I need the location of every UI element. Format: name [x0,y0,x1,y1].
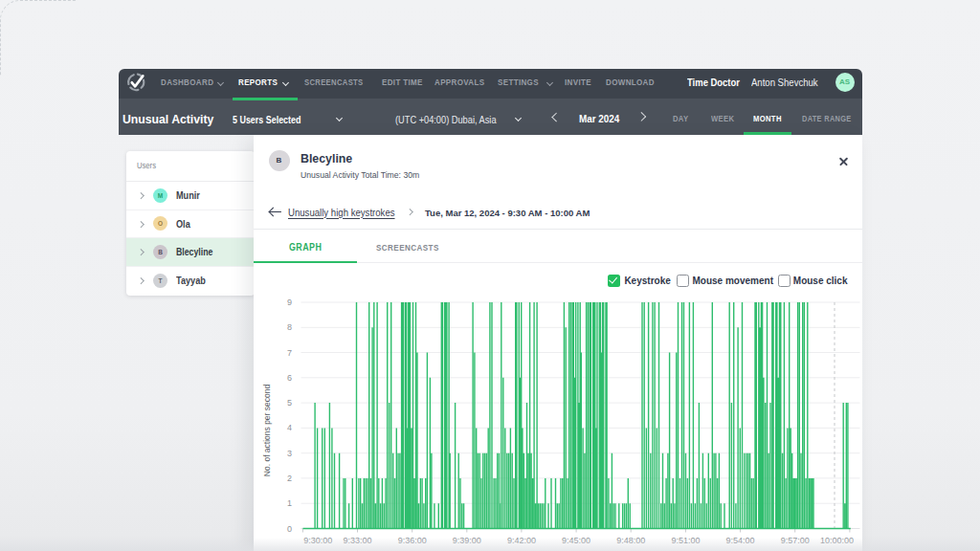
svg-text:1: 1 [286,498,291,508]
svg-text:9: 9 [286,298,291,307]
svg-text:2: 2 [286,474,291,483]
svg-text:4: 4 [286,423,291,432]
svg-text:3: 3 [286,449,291,458]
svg-text:7: 7 [286,348,291,358]
svg-text:8: 8 [286,322,291,332]
svg-text:5: 5 [286,398,291,408]
svg-text:0: 0 [286,524,291,534]
svg-text:No. of actions per second: No. of actions per second [261,385,271,477]
svg-text:6: 6 [286,373,291,383]
